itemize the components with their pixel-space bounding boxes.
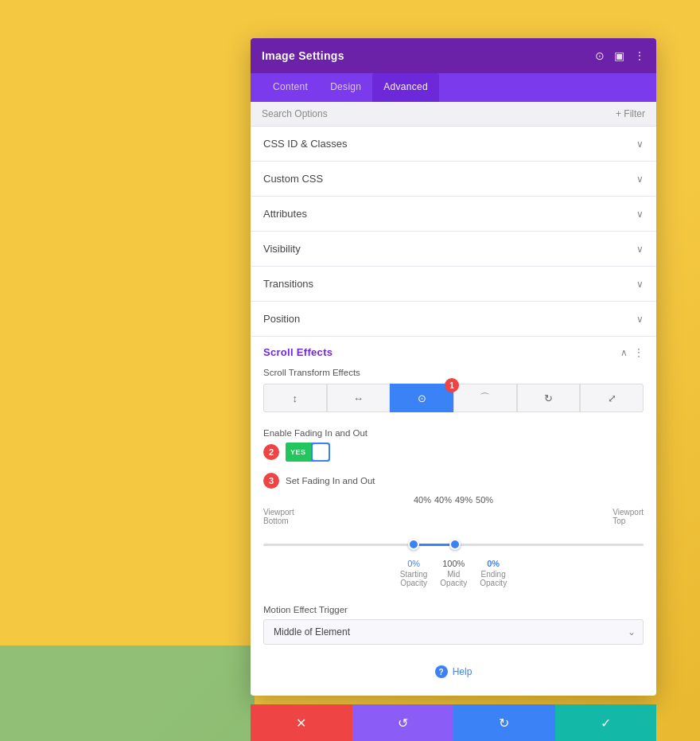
transform-rotate-btn[interactable]: ↻: [517, 384, 581, 412]
cancel-button[interactable]: ✕: [251, 704, 352, 741]
starting-opacity-label: StartingOpacity: [400, 570, 427, 587]
more-options-icon[interactable]: ⋮: [634, 347, 644, 358]
accordion-visibility: Visibility ∨: [251, 232, 656, 267]
search-bar: Search Options + Filter: [251, 102, 656, 127]
ending-opacity-label: EndingOpacity: [480, 570, 507, 587]
slider-track-container[interactable]: [263, 535, 644, 554]
scroll-effects-title: Scroll Effects: [263, 346, 332, 358]
chevron-down-icon: ∨: [636, 244, 644, 255]
layout-icon[interactable]: ▣: [614, 49, 624, 62]
starting-opacity-col: 0% StartingOpacity: [400, 559, 427, 587]
accordion-visibility-label: Visibility: [263, 243, 301, 255]
toggle-row: 2 YES: [263, 443, 644, 462]
tab-design[interactable]: Design: [319, 73, 372, 102]
viewport-bottom-label: ViewportBottom: [263, 508, 294, 525]
enable-fading-label: Enable Fading In and Out: [263, 428, 644, 438]
transform-opacity-btn[interactable]: ⊙ 1: [390, 384, 453, 412]
accordion-css-id-header[interactable]: CSS ID & Classes ∨: [251, 127, 656, 161]
panel-title: Image Settings: [262, 49, 344, 62]
viewport-top-label: ViewportTop: [612, 508, 644, 525]
badge-3: 3: [263, 473, 279, 489]
bg-bottom: [0, 645, 255, 741]
chevron-down-icon: ∨: [636, 138, 644, 150]
more-icon[interactable]: ⋮: [634, 49, 645, 62]
panel-header-icons: ⊙ ▣ ⋮: [595, 49, 645, 62]
panel-header: Image Settings ⊙ ▣ ⋮: [251, 38, 656, 73]
scroll-effects-section: Scroll Effects ∧ ⋮ Scroll Transform Effe…: [251, 337, 656, 696]
badge-2: 2: [263, 444, 279, 460]
accordion-css-id: CSS ID & Classes ∨: [251, 127, 656, 162]
search-options-label[interactable]: Search Options: [262, 108, 328, 119]
slider-thumb-left[interactable]: [408, 539, 419, 550]
motion-trigger-select[interactable]: Middle of Element Top of Element Bottom …: [263, 619, 644, 645]
slider-thumb-right[interactable]: [449, 539, 461, 550]
curve-icon: ⌒: [480, 391, 490, 405]
slider-values: 40% 40% 49% 50%: [263, 495, 644, 505]
mid-opacity-value[interactable]: 100%: [442, 559, 465, 568]
slider-viewport-labels: ViewportBottom ViewportTop: [263, 508, 644, 525]
ending-opacity-col: 0% EndingOpacity: [480, 559, 507, 587]
confirm-icon: ✓: [601, 716, 611, 731]
accordion-transitions: Transitions ∨: [251, 267, 656, 302]
transform-horizontal-btn[interactable]: ↔: [327, 384, 391, 412]
accordion-attributes: Attributes ∨: [251, 197, 656, 232]
fullscreen-icon[interactable]: ⊙: [595, 49, 605, 62]
accordion-custom-css-header[interactable]: Custom CSS ∨: [251, 162, 656, 196]
accordion-attributes-label: Attributes: [263, 208, 307, 220]
undo-button[interactable]: ↺: [352, 704, 454, 741]
mid-opacity-col: 100% MidOpacity: [440, 559, 467, 587]
chevron-down-icon: ∨: [636, 279, 644, 290]
redo-icon: ↻: [499, 716, 509, 731]
accordion-transitions-label: Transitions: [263, 278, 313, 290]
slider-val-2: 40%: [434, 495, 452, 505]
slider-val-4: 50%: [476, 495, 493, 505]
accordion-css-id-label: CSS ID & Classes: [263, 138, 347, 150]
chevron-down-icon: ∨: [636, 209, 644, 220]
transform-icons-row: ↕ ↔ ⊙ 1 ⌒ ↻ ⤢: [251, 384, 656, 422]
transform-curve-btn[interactable]: ⌒: [453, 384, 517, 412]
set-fading-label: Set Fading In and Out: [286, 476, 375, 486]
tab-advanced[interactable]: Advanced: [372, 73, 439, 102]
slider-range: [415, 544, 453, 546]
accordion-visibility-header[interactable]: Visibility ∨: [251, 232, 656, 266]
cancel-icon: ✕: [296, 716, 306, 731]
motion-trigger-label: Motion Effect Trigger: [263, 605, 644, 614]
toggle-yes-label: YES: [286, 443, 311, 462]
opacity-icon: ⊙: [418, 392, 426, 404]
chevron-down-icon: ∨: [636, 314, 644, 325]
slider-val-1: 40%: [414, 495, 431, 505]
accordion-position-header[interactable]: Position ∨: [251, 302, 656, 336]
scale-icon: ⤢: [608, 392, 616, 404]
enable-fading-toggle[interactable]: YES: [286, 443, 330, 462]
starting-opacity-value[interactable]: 0%: [407, 559, 420, 568]
filter-button[interactable]: + Filter: [616, 108, 645, 119]
confirm-button[interactable]: ✓: [555, 704, 657, 741]
accordion-transitions-header[interactable]: Transitions ∨: [251, 267, 656, 301]
tab-content[interactable]: Content: [262, 73, 319, 102]
accordion-attributes-header[interactable]: Attributes ∨: [251, 197, 656, 231]
tab-bar: Content Design Advanced: [251, 73, 656, 102]
settings-panel: Image Settings ⊙ ▣ ⋮ Content Design Adva…: [251, 38, 656, 696]
move-vertical-icon: ↕: [293, 392, 298, 404]
slider-val-3: 49%: [455, 495, 472, 505]
redo-button[interactable]: ↻: [453, 704, 555, 741]
mid-opacity-label: MidOpacity: [440, 570, 467, 587]
accordion-position-label: Position: [263, 313, 300, 325]
move-horizontal-icon: ↔: [353, 392, 364, 404]
chevron-up-icon[interactable]: ∧: [620, 347, 628, 358]
chevron-down-icon: ∨: [636, 174, 644, 185]
opacity-grid: 0% StartingOpacity 100% MidOpacity 0% En…: [263, 559, 644, 587]
badge-1: 1: [445, 378, 459, 392]
help-label: Help: [453, 666, 472, 677]
section-title-icons: ∧ ⋮: [620, 347, 644, 358]
ending-opacity-value[interactable]: 0%: [487, 559, 500, 568]
rotate-icon: ↻: [544, 392, 553, 404]
help-icon: ?: [435, 665, 448, 678]
slider-section: 3 Set Fading In and Out 40% 40% 49% 50% …: [251, 468, 656, 599]
transform-vertical-btn[interactable]: ↕: [263, 384, 327, 412]
accordion-custom-css-label: Custom CSS: [263, 173, 323, 185]
motion-trigger-select-wrapper: Middle of Element Top of Element Bottom …: [263, 619, 644, 645]
transform-scale-btn[interactable]: ⤢: [580, 384, 644, 412]
help-button[interactable]: ? Help: [435, 665, 472, 678]
section-title-bar: Scroll Effects ∧ ⋮: [251, 337, 656, 365]
